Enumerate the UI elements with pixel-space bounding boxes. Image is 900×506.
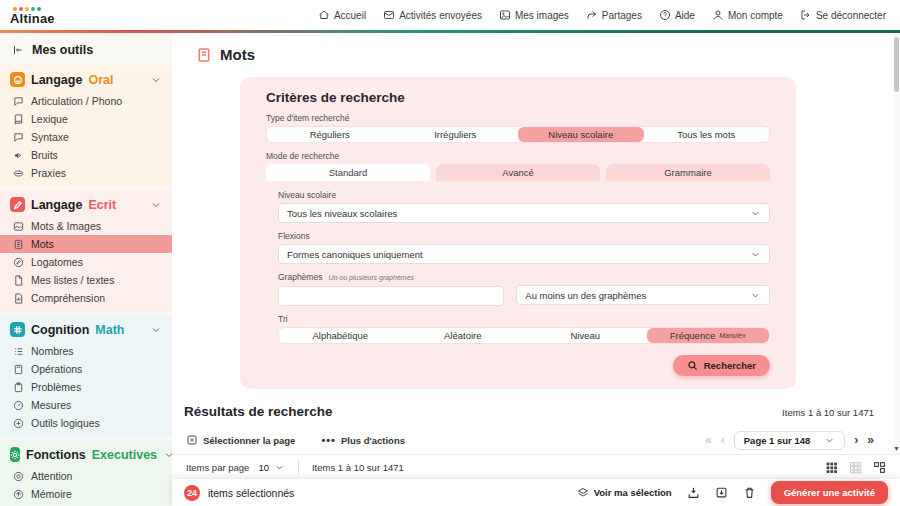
logic-tools-icon <box>13 418 24 429</box>
sidebar-item-label: Mémoire <box>31 488 72 500</box>
selection-actions: Voir ma sélection Générer une activité <box>577 481 888 504</box>
sidebar-item-label: Syntaxe <box>31 131 69 143</box>
grid-view-light-icon[interactable] <box>849 461 862 474</box>
import-selection-icon[interactable] <box>715 486 728 499</box>
sidebar-item-mes-listes-textes[interactable]: Mes listes / textes <box>0 271 172 289</box>
tab-avance[interactable]: Avancé <box>436 164 600 181</box>
sidebar-item-memoire[interactable]: Mémoire <box>0 485 172 503</box>
collapse-sidebar-icon <box>12 44 24 56</box>
file-icon <box>13 275 24 286</box>
nav-activites-envoyees[interactable]: Activités envoyées <box>383 9 482 21</box>
app-logo[interactable]: Altinae <box>10 5 55 26</box>
tri-option-frequence[interactable]: FréquenceManulex <box>647 328 770 343</box>
sidebar-item-operations[interactable]: Opérations <box>0 360 172 378</box>
scrollbar-thumb[interactable] <box>894 37 899 92</box>
nav-mes-images[interactable]: Mes images <box>499 9 569 21</box>
more-actions-menu[interactable]: ••• Plus d'actions <box>321 434 405 446</box>
top-bar: Altinae Accueil Activités envoyées Mes i… <box>0 0 900 30</box>
type-option-reguliers[interactable]: Réguliers <box>267 127 393 142</box>
sidebar-collapse-toggle[interactable]: Mes outils <box>0 33 172 65</box>
sidebar-item-mots-et-images[interactable]: Mots & Images <box>0 217 172 235</box>
sidebar-item-attention[interactable]: Attention <box>0 467 172 485</box>
speaker-icon <box>13 150 24 161</box>
niveau-scolaire-select[interactable]: Tous les niveaux scolaires <box>278 203 770 223</box>
page-select[interactable]: Page 1 sur 148 <box>734 431 846 450</box>
mail-icon <box>383 9 395 21</box>
type-option-tous-les-mots[interactable]: Tous les mots <box>644 127 770 142</box>
type-option-niveau-scolaire[interactable]: Niveau scolaire <box>518 127 644 142</box>
tab-grammaire[interactable]: Grammaire <box>606 164 770 181</box>
nav-label: Accueil <box>334 10 366 21</box>
search-button[interactable]: Rechercher <box>673 355 770 376</box>
nav-label: Partages <box>602 10 642 21</box>
card-view-icon[interactable] <box>873 461 886 474</box>
chevron-down-icon <box>824 435 835 446</box>
prev-page-icon[interactable]: ‹ <box>721 433 725 447</box>
nav-aide[interactable]: Aide <box>659 9 695 21</box>
sidebar-item-label: Lexique <box>31 113 68 125</box>
sidebar-item-syntaxe[interactable]: Syntaxe <box>0 128 172 146</box>
cognition-math-icon <box>10 322 25 337</box>
scrollbar-down-arrow[interactable]: ▼ <box>893 445 900 452</box>
select-page-action[interactable]: Sélectionner la page <box>186 434 295 446</box>
view-selection-button[interactable]: Voir ma sélection <box>577 487 672 499</box>
range-text: Items 1 à 10 sur 1471 <box>312 462 404 473</box>
section-header-langage-oral[interactable]: LangageOral <box>0 67 172 92</box>
layers-icon <box>577 487 589 499</box>
vertical-scrollbar[interactable]: ▼ <box>893 33 900 454</box>
per-page-select[interactable]: 10 <box>258 462 285 473</box>
tri-option-aleatoire[interactable]: Aléatoire <box>402 328 525 343</box>
nav-mon-compte[interactable]: Mon compte <box>712 9 783 21</box>
section-header-fonctions-executives[interactable]: FonctionsExecutives <box>0 442 172 467</box>
nav-label: Mes images <box>515 10 569 21</box>
section-header-langage-ecrit[interactable]: LangageEcrit <box>0 192 172 217</box>
sidebar-item-label: Problèmes <box>31 381 81 393</box>
sidebar-item-logatomes[interactable]: Logatomes <box>0 253 172 271</box>
nav-accueil[interactable]: Accueil <box>318 9 366 21</box>
sidebar-title: Mes outils <box>32 43 93 57</box>
nav-partages[interactable]: Partages <box>586 9 642 21</box>
trash-icon[interactable] <box>743 486 756 499</box>
sidebar-item-lexique[interactable]: Lexique <box>0 110 172 128</box>
pagination: « ‹ Page 1 sur 148 › » <box>705 431 874 450</box>
per-page-label: Items par page <box>186 462 249 473</box>
generate-activity-button[interactable]: Générer une activité <box>771 481 888 504</box>
section-header-cognition-math[interactable]: CognitionMath <box>0 317 172 342</box>
first-page-icon[interactable]: « <box>705 433 712 447</box>
sidebar-item-bruits[interactable]: Bruits <box>0 146 172 164</box>
sidebar-item-mots[interactable]: Mots <box>0 235 172 253</box>
sidebar-item-comprehension[interactable]: Compréhension <box>0 289 172 307</box>
sidebar-item-articulation-phono[interactable]: Articulation / Phono <box>0 92 172 110</box>
sidebar-item-outils-logiques[interactable]: Outils logiques <box>0 414 172 432</box>
download-selection-icon[interactable] <box>687 486 700 499</box>
nav-label: Activités envoyées <box>399 10 482 21</box>
nav-se-deconnecter[interactable]: Se déconnecter <box>800 9 886 21</box>
tri-option-niveau[interactable]: Niveau <box>524 328 647 343</box>
sidebar-section-fonctions-executives: FonctionsExecutives Attention Mémoire In… <box>0 440 172 506</box>
graphemes-input[interactable] <box>278 286 504 306</box>
top-nav: Accueil Activités envoyées Mes images Pa… <box>318 9 886 21</box>
book-lines-icon <box>13 239 24 250</box>
tab-standard[interactable]: Standard <box>266 164 430 181</box>
brain-icon <box>13 489 24 500</box>
home-icon <box>318 9 330 21</box>
graphemes-mode-select[interactable]: Au moins un des graphèmes <box>516 285 770 305</box>
sidebar-item-problemes[interactable]: Problèmes <box>0 378 172 396</box>
last-page-icon[interactable]: » <box>867 433 874 447</box>
sidebar-item-mesures[interactable]: Mesures <box>0 396 172 414</box>
grid-view-icon[interactable] <box>825 461 838 474</box>
sidebar-item-nombres[interactable]: Nombres <box>0 342 172 360</box>
sidebar-item-praxies[interactable]: Praxies <box>0 164 172 182</box>
tri-option-alphabetique[interactable]: Alphabétique <box>279 328 402 343</box>
results-actions-row: Sélectionner la page ••• Plus d'actions … <box>186 431 874 450</box>
sidebar-item-label: Mots & Images <box>31 220 101 232</box>
type-option-irreguliers[interactable]: Irréguliers <box>393 127 519 142</box>
page-title-row: Mots <box>172 33 900 63</box>
flexions-select[interactable]: Formes canoniques uniquement <box>278 244 770 264</box>
fonctions-executives-icon <box>10 447 20 462</box>
chevron-down-icon <box>150 324 162 336</box>
nav-label: Se déconnecter <box>816 10 886 21</box>
sidebar-item-label: Articulation / Phono <box>31 95 122 107</box>
next-page-icon[interactable]: › <box>854 433 858 447</box>
image-icon <box>499 9 511 21</box>
